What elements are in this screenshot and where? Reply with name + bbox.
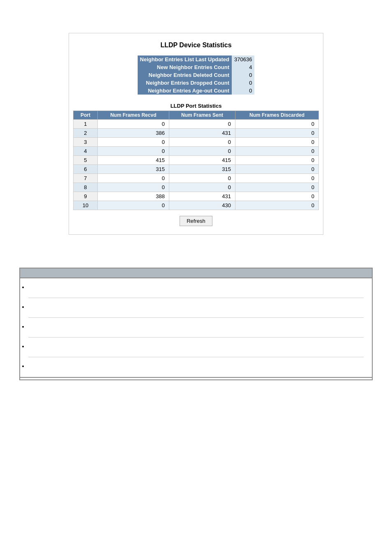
port-frames-recvd: 0 [97, 120, 169, 129]
bottom-list [20, 278, 372, 377]
port-table-col-header: Num Frames Sent [169, 111, 235, 120]
port-number: 8 [74, 183, 98, 192]
port-frames-discarded: 0 [235, 120, 319, 129]
refresh-row: Refresh [73, 216, 319, 226]
port-stats-table: PortNum Frames RecvdNum Frames SentNum F… [73, 111, 319, 210]
device-stats-table: Neighbor Entries List Last Updated 37063… [138, 56, 255, 95]
port-frames-discarded: 0 [235, 138, 319, 147]
list-item [28, 278, 364, 298]
port-table-row: 10 0 430 0 [74, 201, 319, 210]
port-frames-recvd: 0 [97, 147, 169, 156]
port-frames-sent: 431 [169, 192, 235, 201]
bottom-section [19, 268, 373, 380]
port-number: 4 [74, 147, 98, 156]
port-frames-discarded: 0 [235, 129, 319, 138]
device-stat-value: 0 [232, 71, 254, 79]
port-number: 5 [74, 156, 98, 165]
device-stat-value: 4 [232, 63, 254, 71]
port-frames-sent: 315 [169, 165, 235, 174]
port-table-row: 1 0 0 0 [74, 120, 319, 129]
device-stat-row: Neighbor Entries Dropped Count 0 [138, 79, 255, 87]
refresh-button[interactable]: Refresh [180, 216, 212, 226]
list-item [28, 298, 364, 318]
bottom-footer [20, 377, 372, 379]
port-table-row: 2 386 431 0 [74, 129, 319, 138]
port-frames-recvd: 388 [97, 192, 169, 201]
port-table-col-header: Port [74, 111, 98, 120]
port-table-col-header: Num Frames Discarded [235, 111, 319, 120]
port-number: 6 [74, 165, 98, 174]
port-number: 10 [74, 201, 98, 210]
top-spacer [8, 8, 384, 25]
port-number: 2 [74, 129, 98, 138]
lldp-stats-card: LLDP Device Statistics Neighbor Entries … [69, 33, 323, 235]
port-frames-recvd: 386 [97, 129, 169, 138]
port-frames-sent: 0 [169, 174, 235, 183]
device-stat-label: Neighbor Entries Age-out Count [138, 87, 232, 95]
port-stats-title: LLDP Port Statistics [73, 103, 319, 109]
port-table-row: 4 0 0 0 [74, 147, 319, 156]
port-frames-sent: 430 [169, 201, 235, 210]
port-table-row: 6 315 315 0 [74, 165, 319, 174]
port-frames-recvd: 415 [97, 156, 169, 165]
device-stat-value: 0 [232, 87, 254, 95]
bottom-header [20, 268, 372, 278]
port-frames-sent: 415 [169, 156, 235, 165]
device-stat-value: 0 [232, 79, 254, 87]
device-stat-label: Neighbor Entries List Last Updated [138, 56, 232, 63]
port-number: 9 [74, 192, 98, 201]
port-frames-discarded: 0 [235, 165, 319, 174]
port-number: 7 [74, 174, 98, 183]
device-stat-label: New Neighbor Entries Count [138, 63, 232, 71]
list-item [28, 357, 364, 377]
port-frames-sent: 0 [169, 147, 235, 156]
port-number: 3 [74, 138, 98, 147]
port-frames-recvd: 0 [97, 138, 169, 147]
port-frames-sent: 0 [169, 183, 235, 192]
device-stat-row: Neighbor Entries Deleted Count 0 [138, 71, 255, 79]
port-frames-sent: 0 [169, 120, 235, 129]
port-table-row: 5 415 415 0 [74, 156, 319, 165]
port-frames-recvd: 0 [97, 183, 169, 192]
port-frames-recvd: 0 [97, 201, 169, 210]
device-stat-row: New Neighbor Entries Count 4 [138, 63, 255, 71]
device-stat-row: Neighbor Entries List Last Updated 37063… [138, 56, 255, 63]
device-stat-value: 370636 [232, 56, 254, 63]
port-table-row: 7 0 0 0 [74, 174, 319, 183]
port-frames-discarded: 0 [235, 201, 319, 210]
port-table-row: 9 388 431 0 [74, 192, 319, 201]
port-frames-discarded: 0 [235, 174, 319, 183]
page-wrapper: LLDP Device Statistics Neighbor Entries … [0, 0, 392, 401]
port-frames-recvd: 315 [97, 165, 169, 174]
port-table-col-header: Num Frames Recvd [97, 111, 169, 120]
mid-spacer [8, 243, 384, 255]
list-item [28, 318, 364, 338]
port-table-row: 3 0 0 0 [74, 138, 319, 147]
port-frames-discarded: 0 [235, 147, 319, 156]
device-stat-row: Neighbor Entries Age-out Count 0 [138, 87, 255, 95]
port-frames-discarded: 0 [235, 192, 319, 201]
port-frames-discarded: 0 [235, 183, 319, 192]
port-frames-sent: 0 [169, 138, 235, 147]
card-title: LLDP Device Statistics [73, 42, 319, 49]
port-number: 1 [74, 120, 98, 129]
port-frames-discarded: 0 [235, 156, 319, 165]
device-stat-label: Neighbor Entries Deleted Count [138, 71, 232, 79]
port-frames-sent: 431 [169, 129, 235, 138]
device-stat-label: Neighbor Entries Dropped Count [138, 79, 232, 87]
port-frames-recvd: 0 [97, 174, 169, 183]
list-item [28, 338, 364, 357]
port-table-row: 8 0 0 0 [74, 183, 319, 192]
